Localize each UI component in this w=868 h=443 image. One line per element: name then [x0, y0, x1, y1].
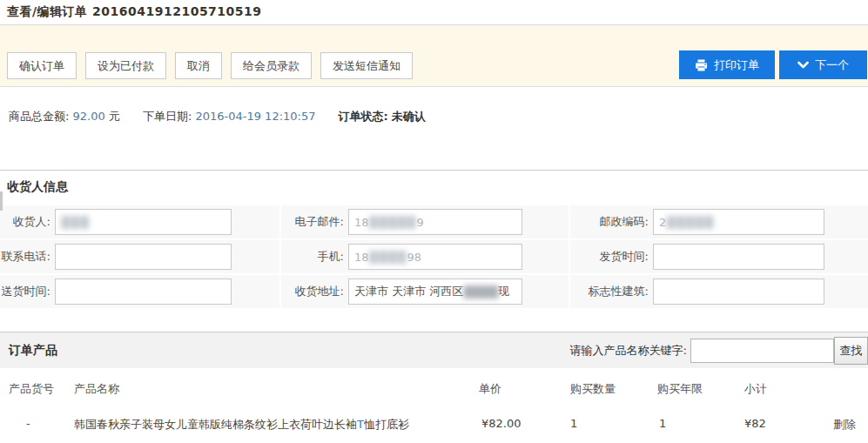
- product-quantity-cell: 1: [562, 405, 649, 440]
- next-order-label: 下一个: [815, 57, 849, 73]
- total-amount: 商品总金额: 92.00 元: [9, 109, 120, 124]
- postcode-label: 邮政编码:: [570, 214, 649, 230]
- field-postcode: 邮政编码: 2▓▓▓▓▓: [570, 205, 868, 238]
- products-section-header: 订单产品 请输入产品名称关键字: 查找: [0, 332, 868, 368]
- product-search-input[interactable]: [690, 339, 834, 363]
- product-name-text: 韩国春秋亲子装母女儿童韩版纯棉条纹衫上衣荷叶边长袖: [74, 418, 357, 431]
- consignee-section: 收货人信息 收货人: ▓▓▓ 电子邮件: 18▓▓▓▓▓9 邮政编码: 2▓▓▓…: [0, 170, 868, 308]
- phone-input[interactable]: [55, 244, 232, 270]
- product-price-cell: ¥82.00: [470, 405, 562, 440]
- col-header-subtotal: 小计: [736, 368, 818, 405]
- ship-time-input[interactable]: [653, 244, 824, 270]
- confirm-order-button[interactable]: 确认订单: [7, 52, 77, 79]
- col-header-action: [818, 368, 868, 405]
- next-order-button[interactable]: 下一个: [779, 50, 867, 79]
- product-search-group: 请输入产品名称关键字: 查找: [570, 337, 868, 365]
- products-section-title: 订单产品: [9, 343, 57, 359]
- toolbar-left-group: 确认订单 设为已付款 取消 给会员录款 发送短信通知: [7, 52, 413, 79]
- printer-icon: [695, 59, 708, 71]
- landmark-input[interactable]: [653, 279, 824, 305]
- field-consignee-name: 收货人: ▓▓▓: [0, 205, 279, 238]
- redacted-text: ▓▓▓▓▓: [666, 216, 714, 229]
- panel-collapse-handle[interactable]: [0, 191, 3, 211]
- order-summary: 商品总金额: 92.00 元 下单日期: 2016-04-19 12:10:57…: [0, 87, 868, 140]
- col-header-name: 产品名称: [65, 368, 470, 405]
- col-header-quantity: 购买数量: [562, 368, 649, 405]
- total-amount-label: 商品总金额:: [9, 110, 69, 123]
- product-subtotal-cell: ¥82: [736, 405, 818, 440]
- address-visible-prefix: 天津市 天津市 河西区: [354, 284, 463, 299]
- address-input[interactable]: 天津市 天津市 河西区▓▓▓▓现: [348, 279, 522, 305]
- product-name-highlight: T: [357, 418, 364, 431]
- redacted-text: ▓▓▓▓: [369, 251, 407, 264]
- product-action-cell: 删除: [818, 405, 868, 440]
- email-input[interactable]: 18▓▓▓▓▓9: [348, 209, 522, 235]
- mobile-label: 手机:: [281, 249, 344, 265]
- order-toolbar: 确认订单 设为已付款 取消 给会员录款 发送短信通知 打印订单 下一个: [0, 25, 868, 87]
- product-search-label: 请输入产品名称关键字:: [570, 343, 687, 359]
- order-date-value: 2016-04-19 12:10:57: [195, 110, 315, 123]
- col-header-sku: 产品货号: [0, 368, 65, 405]
- consignee-form: 收货人: ▓▓▓ 电子邮件: 18▓▓▓▓▓9 邮政编码: 2▓▓▓▓▓ 联系电…: [0, 205, 868, 308]
- send-sms-button[interactable]: 发送短信通知: [320, 52, 413, 79]
- order-status: 订单状态: 未确认: [339, 109, 426, 124]
- col-header-price: 单价: [470, 368, 562, 405]
- postcode-input[interactable]: 2▓▓▓▓▓: [653, 209, 824, 235]
- postcode-visible-prefix: 2: [659, 216, 666, 229]
- email-visible-suffix: 9: [417, 216, 424, 229]
- page-title: 查看/编辑订单 2016041912105710519: [7, 4, 262, 20]
- address-label: 收货地址:: [281, 284, 344, 299]
- email-label: 电子邮件:: [281, 214, 344, 230]
- order-date-label: 下单日期:: [143, 110, 192, 123]
- order-status-label: 订单状态:: [339, 110, 388, 123]
- ship-time-label: 发货时间:: [570, 249, 649, 265]
- order-status-badge: 未确认: [392, 110, 426, 123]
- field-address: 收货地址: 天津市 天津市 河西区▓▓▓▓现: [281, 275, 569, 308]
- redacted-text: ▓▓▓▓▓: [369, 216, 417, 229]
- consignee-name-label: 收货人:: [0, 214, 50, 230]
- field-ship-time: 发货时间:: [570, 240, 868, 273]
- redacted-text: ▓▓▓▓: [463, 285, 498, 299]
- set-paid-button[interactable]: 设为已付款: [85, 52, 166, 79]
- total-amount-value: 92.00: [73, 110, 105, 123]
- redacted-text: ▓▓▓: [61, 216, 90, 229]
- product-search-button[interactable]: 查找: [834, 337, 868, 365]
- print-order-label: 打印订单: [714, 57, 759, 73]
- toolbar-right-group: 打印订单 下一个: [679, 50, 867, 79]
- email-visible-prefix: 18: [354, 216, 369, 229]
- product-years-cell: 1: [649, 405, 736, 440]
- mobile-visible-suffix: 98: [407, 251, 422, 264]
- product-sku-cell: -: [0, 405, 65, 440]
- mobile-visible-prefix: 18: [354, 251, 369, 264]
- chevron-down-icon: [797, 61, 809, 69]
- col-header-years: 购买年限: [649, 368, 736, 405]
- delete-product-link[interactable]: 删除: [833, 418, 856, 431]
- product-name-text-tail: 恤打底衫: [364, 418, 409, 431]
- field-phone: 联系电话:: [0, 240, 279, 273]
- field-email: 电子邮件: 18▓▓▓▓▓9: [281, 205, 569, 238]
- total-amount-unit: 元: [109, 110, 120, 123]
- address-visible-suffix: 现: [498, 284, 509, 299]
- record-member-payment-button[interactable]: 给会员录款: [231, 52, 312, 79]
- mobile-input[interactable]: 18▓▓▓▓98: [348, 244, 522, 270]
- order-date: 下单日期: 2016-04-19 12:10:57: [143, 109, 316, 124]
- delivery-time-input[interactable]: [55, 279, 232, 305]
- page-header: 查看/编辑订单 2016041912105710519: [0, 0, 868, 25]
- field-delivery-time: 送货时间:: [0, 275, 279, 308]
- product-name-cell: 韩国春秋亲子装母女儿童韩版纯棉条纹衫上衣荷叶边长袖T恤打底衫: [65, 405, 470, 440]
- consignee-name-input[interactable]: ▓▓▓: [55, 209, 232, 235]
- cancel-button[interactable]: 取消: [175, 52, 222, 79]
- delivery-time-label: 送货时间:: [0, 284, 50, 299]
- field-landmark: 标志性建筑:: [570, 275, 868, 308]
- landmark-label: 标志性建筑:: [570, 284, 649, 299]
- consignee-section-title: 收货人信息: [0, 171, 868, 200]
- phone-label: 联系电话:: [0, 249, 50, 265]
- field-mobile: 手机: 18▓▓▓▓98: [281, 240, 569, 273]
- print-order-button[interactable]: 打印订单: [679, 50, 775, 79]
- products-table: 产品货号 产品名称 单价 购买数量 购买年限 小计 - 韩国春秋亲子装母女儿童韩…: [0, 368, 868, 440]
